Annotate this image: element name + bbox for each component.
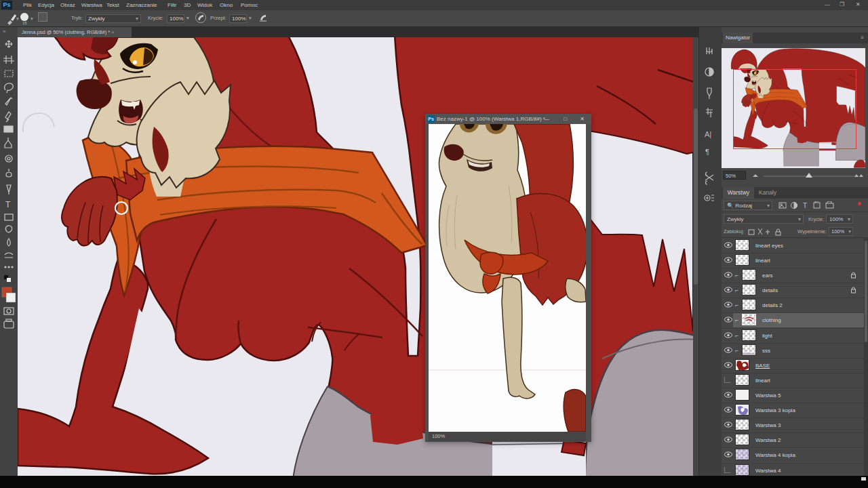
- svg-text:T: T: [5, 200, 11, 209]
- svg-text:T: T: [803, 202, 807, 209]
- svg-text:¶: ¶: [705, 148, 709, 156]
- svg-text:A|: A|: [705, 130, 711, 138]
